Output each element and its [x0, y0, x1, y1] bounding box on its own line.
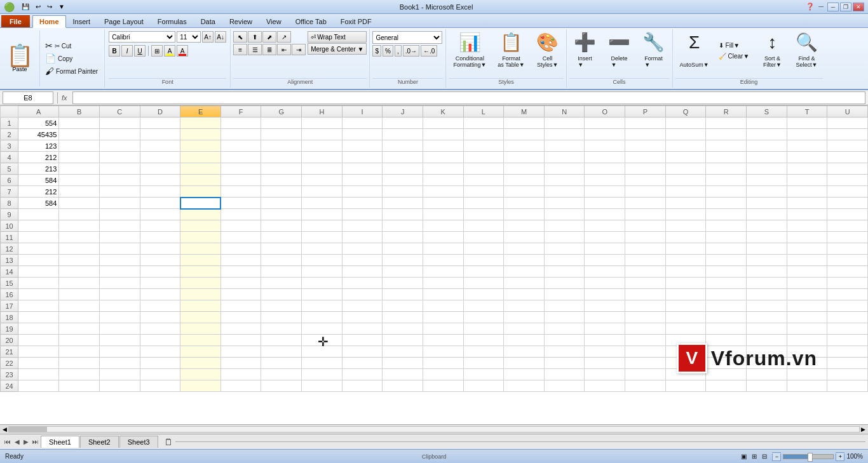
cell-S6[interactable] — [747, 175, 787, 186]
cell-A18[interactable] — [18, 312, 59, 323]
cell-R24[interactable] — [706, 380, 747, 392]
cell-A6[interactable]: 584 — [18, 175, 59, 186]
cell-C21[interactable] — [99, 346, 140, 358]
cell-B20[interactable] — [59, 335, 100, 346]
cell-B2[interactable] — [59, 129, 100, 140]
tab-office-tab[interactable]: Office Tab — [288, 15, 334, 27]
hscroll-track[interactable] — [8, 426, 860, 433]
cell-O15[interactable] — [585, 278, 625, 289]
cell-J4[interactable] — [383, 152, 423, 163]
cell-H18[interactable] — [302, 312, 342, 323]
cell-Q24[interactable] — [665, 380, 706, 392]
cell-G24[interactable] — [261, 380, 302, 392]
cell-S18[interactable] — [747, 312, 787, 323]
cell-E23[interactable] — [180, 369, 221, 380]
col-header-s[interactable]: S — [747, 106, 787, 117]
cell-G16[interactable] — [261, 289, 302, 300]
name-box[interactable] — [3, 91, 53, 104]
cell-B12[interactable] — [59, 243, 100, 255]
cell-L8[interactable] — [463, 198, 504, 209]
cell-D22[interactable] — [140, 358, 180, 369]
cell-O17[interactable] — [585, 300, 625, 312]
percent-btn[interactable]: % — [383, 45, 393, 57]
cell-R9[interactable] — [706, 209, 747, 220]
cell-T14[interactable] — [787, 266, 827, 278]
cell-G6[interactable] — [261, 175, 302, 186]
cell-E11[interactable] — [180, 232, 221, 243]
cell-P6[interactable] — [625, 175, 666, 186]
cell-F16[interactable] — [220, 289, 261, 300]
cell-O6[interactable] — [585, 175, 625, 186]
cell-P22[interactable] — [625, 358, 666, 369]
cell-U24[interactable] — [827, 380, 868, 392]
cell-A21[interactable] — [18, 346, 59, 358]
cell-I18[interactable] — [342, 312, 383, 323]
cell-U16[interactable] — [827, 289, 868, 300]
cell-H23[interactable] — [302, 369, 342, 380]
cell-F19[interactable] — [220, 323, 261, 335]
cell-M11[interactable] — [504, 232, 545, 243]
align-top-right-btn[interactable]: ⬈ — [262, 31, 276, 43]
zoom-slider[interactable] — [783, 454, 834, 459]
cell-Q4[interactable] — [665, 152, 706, 163]
tab-view[interactable]: View — [259, 15, 288, 27]
cell-J21[interactable] — [383, 346, 423, 358]
cell-P3[interactable] — [625, 140, 666, 152]
tab-page-layout[interactable]: Page Layout — [97, 15, 151, 27]
cell-C1[interactable] — [99, 117, 140, 129]
accounting-btn[interactable]: $ — [372, 45, 381, 57]
cell-M19[interactable] — [504, 323, 545, 335]
cell-U18[interactable] — [827, 312, 868, 323]
cell-C5[interactable] — [99, 163, 140, 175]
cell-D18[interactable] — [140, 312, 180, 323]
cell-D3[interactable] — [140, 140, 180, 152]
cell-E17[interactable] — [180, 300, 221, 312]
cell-C24[interactable] — [99, 380, 140, 392]
cell-R7[interactable] — [706, 186, 747, 198]
col-header-i[interactable]: I — [342, 106, 383, 117]
cell-P15[interactable] — [625, 278, 666, 289]
undo-qa-btn[interactable]: ↩ — [34, 3, 43, 11]
cell-R10[interactable] — [706, 220, 747, 232]
cell-D17[interactable] — [140, 300, 180, 312]
cell-S5[interactable] — [747, 163, 787, 175]
cell-S13[interactable] — [747, 255, 787, 266]
cell-Q17[interactable] — [665, 300, 706, 312]
cell-K14[interactable] — [423, 266, 463, 278]
close-btn[interactable]: ✕ — [853, 3, 864, 11]
merge-center-btn[interactable]: Merge & Center ▼ — [308, 43, 367, 55]
cell-J10[interactable] — [383, 220, 423, 232]
cell-H19[interactable] — [302, 323, 342, 335]
cell-M12[interactable] — [504, 243, 545, 255]
cell-L15[interactable] — [463, 278, 504, 289]
cell-A16[interactable] — [18, 289, 59, 300]
cell-T6[interactable] — [787, 175, 827, 186]
cell-T15[interactable] — [787, 278, 827, 289]
cell-E12[interactable] — [180, 243, 221, 255]
col-header-m[interactable]: M — [504, 106, 545, 117]
cell-O7[interactable] — [585, 186, 625, 198]
cell-R19[interactable] — [706, 323, 747, 335]
cell-T12[interactable] — [787, 243, 827, 255]
col-header-q[interactable]: Q — [665, 106, 706, 117]
cell-A19[interactable] — [18, 323, 59, 335]
cell-E5[interactable] — [180, 163, 221, 175]
cell-O8[interactable] — [585, 198, 625, 209]
cell-R23[interactable] — [706, 369, 747, 380]
cell-O5[interactable] — [585, 163, 625, 175]
cell-Q7[interactable] — [665, 186, 706, 198]
cell-G2[interactable] — [261, 129, 302, 140]
cell-Q21[interactable] — [665, 346, 706, 358]
cell-D11[interactable] — [140, 232, 180, 243]
cell-Q19[interactable] — [665, 323, 706, 335]
cell-R8[interactable] — [706, 198, 747, 209]
cell-G21[interactable] — [261, 346, 302, 358]
cell-P12[interactable] — [625, 243, 666, 255]
cell-F5[interactable] — [220, 163, 261, 175]
bold-btn[interactable]: B — [109, 45, 120, 57]
cell-H15[interactable] — [302, 278, 342, 289]
row-header-17[interactable]: 17 — [1, 300, 18, 312]
cell-S10[interactable] — [747, 220, 787, 232]
cell-A4[interactable]: 212 — [18, 152, 59, 163]
row-header-18[interactable]: 18 — [1, 312, 18, 323]
